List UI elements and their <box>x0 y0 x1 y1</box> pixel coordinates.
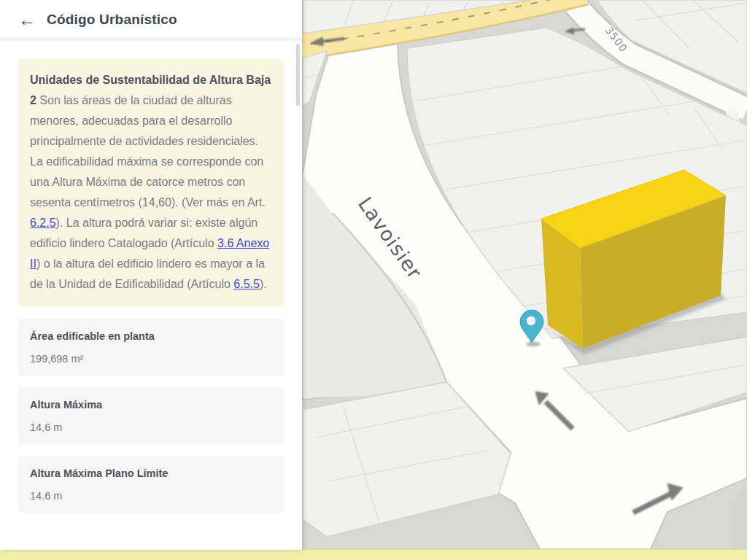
page-title: Código Urbanístico <box>47 12 177 28</box>
sidebar-panel: ← Código Urbanístico Unidades de Sustent… <box>0 0 302 550</box>
road-bottom-yellow <box>0 549 747 560</box>
info-text: ) o la altura del edificio lindero es ma… <box>30 257 265 290</box>
sidebar-header: ← Código Urbanístico <box>0 0 302 39</box>
article-link[interactable]: 6.5.5 <box>233 278 260 290</box>
back-arrow-icon[interactable]: ← <box>18 11 36 28</box>
info-card: Altura Máxima 14,6 m <box>18 387 284 445</box>
info-cards: Área edificable en planta 199,698 m² Alt… <box>18 319 284 513</box>
app-window: Lavoisier 3500 <box>0 0 747 560</box>
card-value: 199,698 m² <box>30 352 272 365</box>
card-label: Altura Máxima Plano Límite <box>30 467 272 480</box>
card-value: 14,6 m <box>30 421 272 434</box>
info-box-body: Son las áreas de la ciudad de alturas me… <box>30 94 269 290</box>
card-value: 14.6 m <box>30 489 272 502</box>
info-text: ). <box>260 278 267 290</box>
info-text: Son las áreas de la ciudad de alturas me… <box>30 94 266 209</box>
pin-shadow <box>526 342 541 347</box>
info-card: Área edificable en planta 199,698 m² <box>18 319 284 376</box>
sidebar-content: Unidades de Sustentabilidad de Altura Ba… <box>0 39 302 550</box>
pin-dot <box>527 316 535 325</box>
zoning-info-box: Unidades de Sustentabilidad de Altura Ba… <box>18 58 284 306</box>
article-link[interactable]: 6.2.5 <box>30 217 56 229</box>
info-card: Altura Máxima Plano Límite 14.6 m <box>18 456 284 513</box>
card-label: Área edificable en planta <box>30 330 272 343</box>
card-label: Altura Máxima <box>30 398 272 411</box>
sidebar-scrollbar[interactable] <box>296 44 300 106</box>
